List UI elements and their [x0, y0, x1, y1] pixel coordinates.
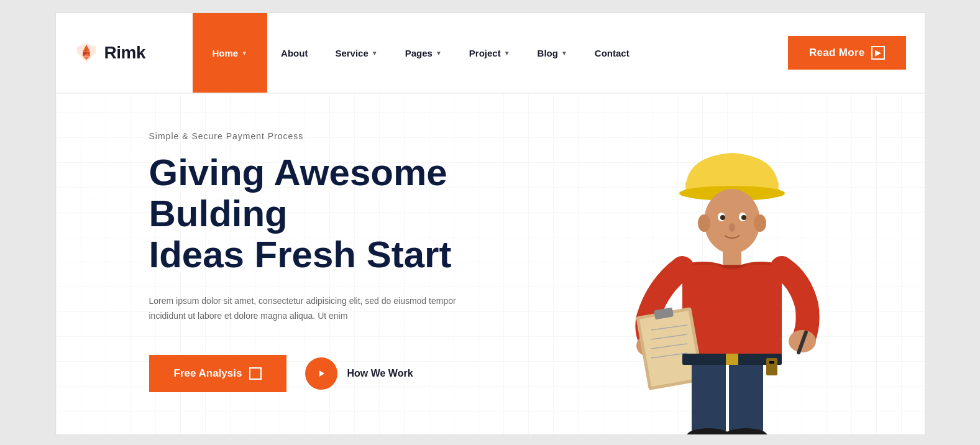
nav-blog-label: Blog	[538, 48, 558, 58]
svg-marker-19	[319, 370, 324, 377]
nav-item-contact[interactable]: Contact	[581, 13, 643, 93]
nav-contact-label: Contact	[595, 48, 630, 58]
read-more-label: Read More	[809, 47, 865, 59]
read-more-button[interactable]: Read More ▶	[788, 36, 906, 70]
nav-area: Home ▼ About Service ▼ Pages ▼ Project ▼	[193, 13, 769, 93]
hero-description: Lorem ipsum dolor sit amet, consectetur …	[149, 294, 491, 324]
play-triangle-icon	[316, 369, 326, 378]
nav-service-label: Service	[335, 48, 368, 58]
hero-title: Giving Awesome Bulding Ideas Fresh Start	[149, 152, 584, 275]
hero-title-line1: Giving Awesome Bulding	[149, 152, 447, 234]
chevron-down-icon: ▼	[241, 50, 247, 57]
chevron-down-icon: ▼	[504, 50, 510, 57]
svg-point-27	[720, 215, 725, 220]
logo-area: Rimk	[56, 13, 193, 93]
worker-image	[577, 112, 875, 435]
nav-pages-label: Pages	[405, 48, 433, 58]
nav-item-about[interactable]: About	[267, 13, 321, 93]
hero-section: Simple & Secure Payment Process Giving A…	[56, 94, 925, 435]
nav-item-home[interactable]: Home ▼	[193, 13, 268, 93]
svg-rect-45	[726, 354, 738, 365]
svg-rect-49	[769, 361, 774, 364]
nav-item-pages[interactable]: Pages ▼	[392, 13, 456, 93]
how-we-work-button[interactable]: How We Work	[305, 357, 413, 390]
svg-rect-48	[766, 358, 777, 375]
chevron-down-icon: ▼	[561, 50, 567, 57]
nav-about-label: About	[281, 48, 308, 58]
svg-point-24	[754, 214, 766, 232]
header: Rimk Home ▼ About Service ▼ Pages ▼	[56, 13, 925, 94]
logo-icon	[75, 41, 98, 65]
page-card: Rimk Home ▼ About Service ▼ Pages ▼	[55, 12, 925, 435]
play-icon	[305, 357, 337, 390]
svg-rect-43	[729, 355, 763, 435]
square-icon	[249, 367, 262, 380]
nav-home-label: Home	[213, 48, 239, 58]
brand-name: Rimk	[104, 43, 145, 63]
chevron-down-icon: ▼	[372, 50, 378, 57]
svg-point-29	[729, 223, 735, 232]
svg-rect-42	[692, 355, 726, 435]
svg-point-28	[741, 215, 746, 220]
hero-title-line2: Ideas Fresh Start	[149, 234, 452, 275]
arrow-icon: ▶	[871, 46, 885, 60]
how-we-work-label: How We Work	[347, 368, 413, 379]
free-analysis-button[interactable]: Free Analysis	[149, 355, 287, 392]
svg-point-22	[704, 189, 760, 254]
svg-rect-30	[723, 249, 741, 265]
outer-wrapper: Rimk Home ▼ About Service ▼ Pages ▼	[0, 0, 980, 445]
nav-item-service[interactable]: Service ▼	[321, 13, 391, 93]
free-analysis-label: Free Analysis	[174, 367, 242, 380]
nav-item-blog[interactable]: Blog ▼	[524, 13, 581, 93]
svg-point-23	[698, 214, 710, 232]
header-cta-area: Read More ▶	[769, 13, 925, 93]
nav-project-label: Project	[469, 48, 501, 58]
nav-item-project[interactable]: Project ▼	[456, 13, 524, 93]
worker-figure-svg	[608, 125, 844, 435]
chevron-down-icon: ▼	[436, 50, 442, 57]
